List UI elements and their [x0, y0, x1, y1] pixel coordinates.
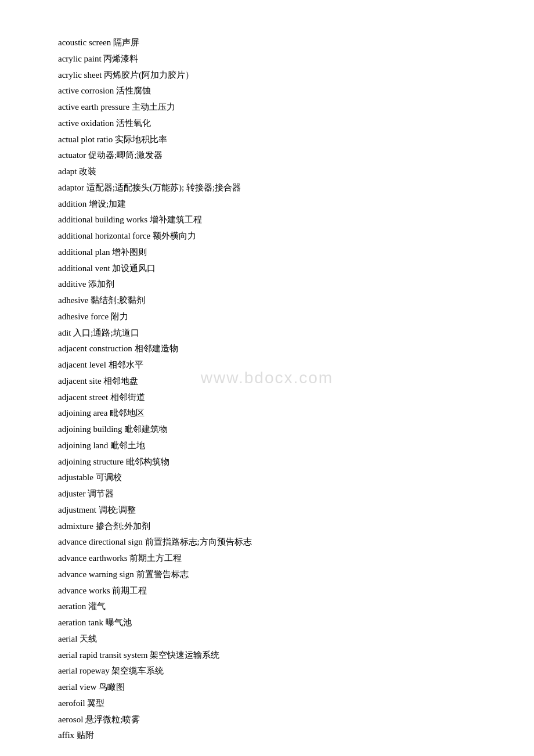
list-item: advance warning sign 前置警告标志 [58, 567, 476, 583]
list-item: addition 增设;加建 [58, 196, 476, 213]
list-item: adjoining building 毗邻建筑物 [58, 422, 476, 438]
list-item: aerial view 鸟瞰图 [58, 679, 476, 696]
list-item: affix 贴附 [58, 728, 476, 744]
list-item: acrylic paint 丙烯漆料 [58, 51, 476, 67]
list-item: adjoining structure 毗邻构筑物 [58, 454, 476, 470]
list-item: adjustable 可调校 [58, 470, 476, 486]
list-item: aerosol 悬浮微粒;喷雾 [58, 712, 476, 728]
list-item: aeration 灌气 [58, 599, 476, 615]
list-item: aeration tank 曝气池 [58, 615, 476, 631]
list-item: additional vent 加设通风口 [58, 261, 476, 277]
list-item: active oxidation 活性氧化 [58, 116, 476, 132]
list-item: additive 添加剂 [58, 276, 476, 293]
list-item: aerial ropeway 架空缆车系统 [58, 663, 476, 679]
list-item: adjuster 调节器 [58, 486, 476, 502]
list-item: acoustic screen 隔声屏 [58, 35, 476, 51]
list-item: adjacent level 相邻水平 [58, 357, 476, 373]
list-item: adjacent street 相邻街道 [58, 390, 476, 406]
list-item: advance works 前期工程 [58, 583, 476, 599]
list-item: actuator 促动器;唧筒;激发器 [58, 147, 476, 164]
list-item: aerial 天线 [58, 631, 476, 647]
list-item: adit 入口;通路;坑道口 [58, 325, 476, 341]
list-item: additional building works 增补建筑工程 [58, 212, 476, 228]
list-item: advance directional sign 前置指路标志;方向预告标志 [58, 534, 476, 550]
dictionary-content: acoustic screen 隔声屏acrylic paint 丙烯漆料acr… [58, 35, 476, 744]
list-item: active earth pressure 主动土压力 [58, 99, 476, 116]
list-item: aerial rapid transit system 架空快速运输系统 [58, 647, 476, 664]
list-item: adhesive 黏结剂;胶黏剂 [58, 293, 476, 309]
list-item: aerofoil 翼型 [58, 696, 476, 712]
list-item: active corrosion 活性腐蚀 [58, 83, 476, 99]
list-item: adjustment 调校;调整 [58, 502, 476, 519]
list-item: additional plan 增补图则 [58, 244, 476, 261]
list-item: additional horizontal force 额外横向力 [58, 228, 476, 244]
list-item: advance earthworks 前期土方工程 [58, 550, 476, 567]
list-item: adjacent construction 相邻建造物 [58, 341, 476, 357]
list-item: actual plot ratio 实际地积比率 [58, 132, 476, 148]
list-item: adjoining land 毗邻土地 [58, 438, 476, 454]
list-item: adjacent site 相邻地盘 [58, 373, 476, 390]
list-item: adapt 改装 [58, 164, 476, 180]
list-item: admixture 掺合剂;外加剂 [58, 519, 476, 535]
list-item: acrylic sheet 丙烯胶片(阿加力胶片） [58, 67, 476, 84]
list-item: adjoining area 毗邻地区 [58, 405, 476, 422]
list-item: adhesive force 附力 [58, 309, 476, 325]
list-item: adaptor 适配器;适配接头(万能苏); 转接器;接合器 [58, 180, 476, 196]
